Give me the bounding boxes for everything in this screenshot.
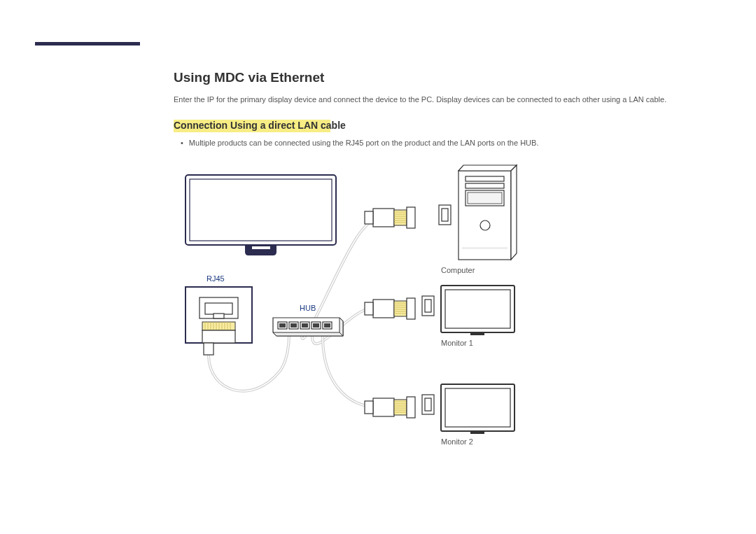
svg-rect-80: [445, 388, 510, 427]
svg-rect-65: [422, 395, 434, 414]
page-subheading: Connection Using a direct LAN cable: [174, 120, 346, 131]
svg-rect-40: [365, 211, 373, 224]
display-panel-graphic: [186, 175, 336, 255]
hub-graphic: HUB: [273, 304, 343, 336]
svg-rect-18: [202, 330, 235, 343]
svg-rect-0: [186, 175, 336, 245]
svg-rect-43: [373, 300, 394, 318]
header-accent-bar: [35, 42, 140, 45]
svg-text:HUB: HUB: [300, 304, 316, 312]
svg-rect-79: [441, 384, 514, 431]
rj45-port-graphic: RJ45: [186, 274, 252, 355]
note-text: Multiple products can be connected using…: [189, 139, 539, 147]
svg-rect-1: [190, 179, 332, 241]
svg-rect-63: [407, 397, 415, 418]
svg-rect-6: [214, 314, 224, 318]
svg-rect-39: [407, 207, 415, 228]
svg-rect-64: [365, 401, 373, 414]
bullet-icon: •: [181, 139, 183, 147]
svg-rect-75: [441, 286, 514, 332]
svg-text:Monitor 1: Monitor 1: [441, 339, 473, 347]
svg-rect-19: [204, 343, 214, 355]
svg-text:Monitor 2: Monitor 2: [441, 437, 473, 446]
svg-rect-77: [470, 332, 484, 335]
svg-rect-26: [279, 323, 286, 328]
svg-rect-67: [458, 171, 511, 260]
svg-rect-55: [373, 398, 394, 416]
svg-rect-71: [468, 192, 502, 204]
monitor-2-graphic: Monitor 2: [441, 384, 514, 446]
svg-text:Computer: Computer: [441, 266, 475, 274]
svg-rect-52: [365, 302, 373, 315]
svg-rect-29: [313, 323, 319, 328]
svg-rect-28: [302, 323, 308, 328]
svg-rect-30: [324, 323, 330, 328]
cable-plug-3: [365, 397, 415, 418]
monitor-1-graphic: Monitor 1: [441, 286, 514, 347]
svg-rect-41: [439, 205, 451, 225]
cable-plug-1: [365, 207, 415, 228]
svg-rect-73: [462, 247, 507, 249]
page-heading: Using MDC via Ethernet: [174, 70, 324, 85]
svg-rect-76: [445, 290, 510, 328]
connection-diagram: RJ45 HUB: [182, 161, 602, 455]
svg-rect-5: [205, 303, 232, 314]
note-row: • Multiple products can be connected usi…: [181, 139, 707, 147]
svg-rect-31: [373, 209, 394, 227]
svg-rect-81: [470, 431, 484, 434]
svg-rect-53: [422, 296, 434, 316]
intro-text: Enter the IP for the primary display dev…: [174, 94, 707, 106]
cable-plug-2: [365, 298, 415, 319]
svg-text:RJ45: RJ45: [206, 274, 225, 283]
svg-rect-27: [290, 323, 297, 328]
svg-rect-51: [407, 298, 415, 319]
computer-tower-graphic: Computer: [441, 165, 517, 274]
